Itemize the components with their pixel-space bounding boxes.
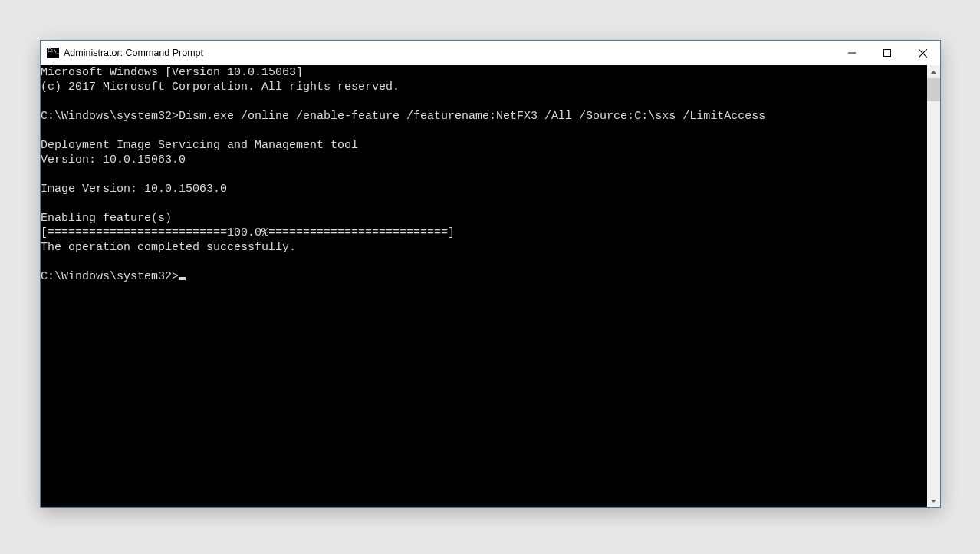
terminal-line [41,167,927,182]
terminal-output[interactable]: Microsoft Windows [Version 10.0.15063](c… [41,65,927,507]
svg-marker-4 [931,71,936,74]
minimize-icon [848,49,856,57]
terminal-line: The operation completed successfully. [41,240,927,255]
close-icon [919,49,927,58]
terminal-line [41,196,927,211]
chevron-down-icon [931,500,936,503]
terminal-line: C:\Windows\system32> [41,269,927,284]
maximize-icon [883,49,891,57]
scroll-up-button[interactable] [927,65,940,78]
chevron-up-icon [931,71,936,74]
terminal-line [41,94,927,109]
client-area: Microsoft Windows [Version 10.0.15063](c… [41,65,940,507]
svg-rect-1 [884,50,891,57]
terminal-line: (c) 2017 Microsoft Corporation. All righ… [41,80,927,94]
svg-marker-5 [931,500,936,503]
terminal-cursor [179,277,186,280]
titlebar[interactable]: Administrator: Command Prompt [41,41,940,65]
terminal-line: C:\Windows\system32>Dism.exe /online /en… [41,109,927,124]
terminal-line: Deployment Image Servicing and Managemen… [41,138,927,153]
scroll-down-button[interactable] [927,494,940,507]
command-prompt-window: Administrator: Command Prompt Microsoft … [40,40,941,508]
maximize-button[interactable] [870,41,905,65]
scroll-track[interactable] [927,78,940,494]
terminal-line: [==========================100.0%=======… [41,226,927,240]
window-controls [834,41,940,65]
minimize-button[interactable] [834,41,870,65]
close-button[interactable] [905,41,940,65]
terminal-line [41,255,927,269]
vertical-scrollbar[interactable] [927,65,940,507]
cmd-icon [47,48,59,58]
terminal-line: Image Version: 10.0.15063.0 [41,182,927,196]
terminal-line: Enabling feature(s) [41,211,927,226]
terminal-line: Microsoft Windows [Version 10.0.15063] [41,65,927,80]
terminal-line [41,124,927,138]
window-title: Administrator: Command Prompt [64,48,834,58]
terminal-line: Version: 10.0.15063.0 [41,153,927,167]
scroll-thumb[interactable] [927,78,940,101]
